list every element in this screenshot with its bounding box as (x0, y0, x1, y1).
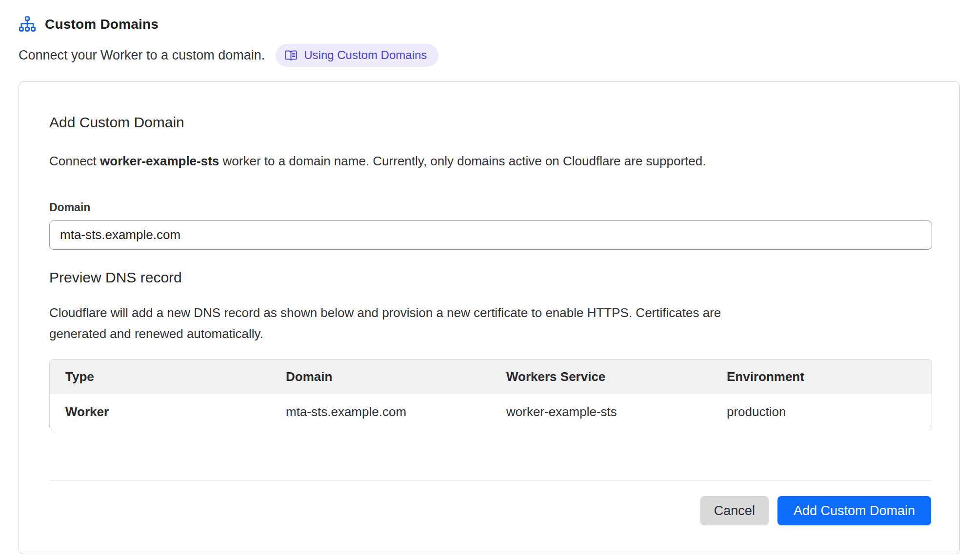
intro-suffix: worker to a domain name. Currently, only… (219, 154, 706, 168)
page-header: Custom Domains (19, 16, 960, 33)
column-header-type: Type (50, 360, 270, 394)
card-heading: Add Custom Domain (49, 114, 931, 131)
cell-workers-service: worker-example-sts (491, 394, 711, 430)
cell-domain: mta-sts.example.com (270, 394, 491, 430)
table-row: Worker mta-sts.example.com worker-exampl… (50, 394, 932, 430)
dns-preview-table: Type Domain Workers Service Environment … (49, 359, 932, 430)
docs-link-label: Using Custom Domains (304, 48, 427, 62)
cancel-button[interactable]: Cancel (700, 496, 769, 525)
add-custom-domain-button[interactable]: Add Custom Domain (777, 496, 931, 525)
domain-field-label: Domain (49, 201, 931, 214)
spacer (49, 430, 931, 480)
sitemap-icon (19, 16, 36, 33)
table-header-row: Type Domain Workers Service Environment (50, 360, 932, 394)
footer-actions: Cancel Add Custom Domain (49, 496, 931, 525)
add-custom-domain-card: Add Custom Domain Connect worker-example… (19, 81, 960, 554)
cell-type: Worker (50, 394, 270, 430)
footer-divider (49, 480, 931, 480)
column-header-environment: Environment (711, 360, 932, 394)
book-open-icon (284, 49, 298, 62)
page-subtitle-row: Connect your Worker to a custom domain. … (19, 44, 960, 67)
column-header-workers-service: Workers Service (491, 360, 711, 394)
page-title: Custom Domains (45, 17, 159, 32)
column-header-domain: Domain (270, 360, 491, 394)
preview-dns-description: Cloudflare will add a new DNS record as … (49, 302, 771, 344)
custom-domains-page: Custom Domains Connect your Worker to a … (0, 0, 975, 560)
domain-input[interactable] (49, 220, 932, 250)
cell-environment: production (711, 394, 932, 430)
intro-prefix: Connect (49, 154, 100, 168)
page-subtitle: Connect your Worker to a custom domain. (19, 48, 265, 63)
docs-link-badge[interactable]: Using Custom Domains (276, 44, 438, 67)
preview-dns-heading: Preview DNS record (49, 269, 931, 286)
card-intro: Connect worker-example-sts worker to a d… (49, 153, 931, 170)
worker-name: worker-example-sts (100, 154, 219, 168)
